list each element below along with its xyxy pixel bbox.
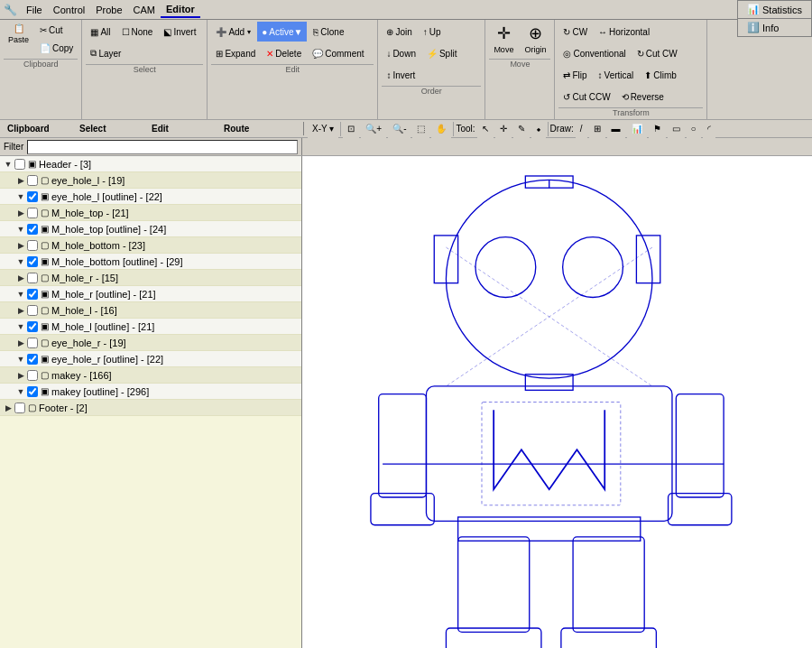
down-button[interactable]: ↓ Down — [382, 43, 420, 63]
split-button[interactable]: ⚡ Split — [422, 43, 461, 63]
all-button[interactable]: ▦ All — [86, 22, 115, 42]
tab-editor[interactable]: Editor — [161, 2, 200, 18]
draw-chart-button[interactable]: 📊 — [627, 120, 647, 138]
clone-button[interactable]: ⎘ Clone — [309, 22, 348, 42]
tree-checkbox[interactable] — [27, 273, 38, 283]
tool-move-button[interactable]: ✛ — [495, 120, 512, 138]
tree-checkbox[interactable] — [27, 208, 38, 218]
copy-button[interactable]: 📄 Copy — [35, 40, 78, 56]
tree-item[interactable]: ▶▢eye_hole_r - [19] — [0, 335, 301, 351]
tree-checkbox[interactable] — [27, 386, 38, 397]
draw-line-button[interactable]: / — [576, 120, 587, 138]
tree-checkbox[interactable] — [27, 256, 38, 267]
tree-toggle[interactable]: ▶ — [16, 241, 25, 250]
zoom-fit-button[interactable]: ⊡ — [343, 120, 359, 138]
tree-toggle[interactable]: ▼ — [16, 322, 25, 331]
none-button[interactable]: ☐ None — [117, 22, 158, 42]
zoom-region-button[interactable]: ⬚ — [412, 120, 429, 138]
tree-toggle[interactable]: ▶ — [16, 273, 25, 282]
draw-bar-button[interactable]: ▬ — [607, 120, 625, 138]
tree-item[interactable]: ▼▣eye_hole_r [outline] - [22] — [0, 351, 301, 367]
tree-item[interactable]: ▶▢makey - [166] — [0, 367, 301, 384]
tab-control[interactable]: Control — [48, 3, 90, 17]
cut-button[interactable]: ✂ Cut — [35, 22, 78, 38]
draw-circle-button[interactable]: ○ — [687, 120, 701, 138]
tree-checkbox[interactable] — [27, 240, 38, 251]
tree-toggle[interactable]: ▼ — [16, 290, 25, 299]
tree-item[interactable]: ▼▣M_hole_bottom [outline] - [29] — [0, 254, 301, 270]
tree-checkbox[interactable] — [27, 305, 38, 316]
tree-item[interactable]: ▶▢M_hole_r - [15] — [0, 270, 301, 286]
tree-toggle[interactable]: ▶ — [4, 403, 13, 412]
conventional-button[interactable]: ◎ Conventional — [558, 43, 630, 63]
tree-toggle[interactable]: ▼ — [16, 192, 25, 201]
comment-button[interactable]: 💬 Comment — [308, 43, 368, 63]
tool-select-button[interactable]: ↖ — [477, 120, 494, 138]
tree-checkbox[interactable] — [27, 289, 38, 300]
draw-arc-button[interactable]: ◜ — [703, 120, 715, 138]
draw-flag-button[interactable]: ⚑ — [649, 120, 666, 138]
join-button[interactable]: ⊕ Join — [382, 22, 416, 42]
zoom-in-button[interactable]: 🔍+ — [361, 120, 386, 138]
add-button[interactable]: ➕ Add ▾ — [211, 22, 255, 42]
tree-checkbox[interactable] — [27, 321, 38, 332]
active-button[interactable]: ● Active▼ — [257, 22, 307, 42]
tree-toggle[interactable]: ▼ — [16, 355, 25, 364]
tree-item[interactable]: ▼▣M_hole_l [outline] - [21] — [0, 319, 301, 335]
tree-toggle[interactable]: ▶ — [16, 176, 25, 185]
tree-item[interactable]: ▼▣M_hole_top [outline] - [24] — [0, 221, 301, 237]
invert-select-button[interactable]: ⬕ Invert — [159, 22, 200, 42]
statistics-tab[interactable]: 📊 Statistics — [737, 0, 812, 19]
paste-button[interactable]: 📋 Paste — [4, 22, 33, 58]
delete-button[interactable]: ✕ Delete — [262, 43, 306, 63]
tree-checkbox[interactable] — [27, 354, 38, 365]
tree-checkbox[interactable] — [14, 159, 25, 170]
tree-toggle[interactable]: ▼ — [16, 387, 25, 396]
cut-cw-button[interactable]: ↻ Cut CW — [632, 43, 682, 63]
tree-item[interactable]: ▶▢M_hole_top - [21] — [0, 205, 301, 221]
order-invert-button[interactable]: ↕ Invert — [382, 65, 420, 85]
tree-item[interactable]: ▼▣Header - [3] — [0, 156, 301, 172]
horizontal-button[interactable]: ↔ Horizontal — [594, 22, 654, 42]
vertical-button[interactable]: ↕ Vertical — [594, 65, 639, 85]
tree-checkbox[interactable] — [27, 224, 38, 235]
draw-rect-button[interactable]: ▭ — [668, 120, 685, 138]
tree-item[interactable]: ▶▢eye_hole_l - [19] — [0, 172, 301, 189]
view-selector[interactable]: X-Y ▾ — [308, 120, 338, 138]
move-button[interactable]: ✛ Move — [489, 22, 518, 58]
tree-item[interactable]: ▼▣M_hole_r [outline] - [21] — [0, 286, 301, 302]
tree-checkbox[interactable] — [27, 191, 38, 202]
zoom-out-button[interactable]: 🔍- — [388, 120, 411, 138]
tree-toggle[interactable]: ▶ — [16, 338, 25, 347]
tree-item[interactable]: ▶▢Footer - [2] — [0, 400, 301, 416]
tree-checkbox[interactable] — [27, 370, 38, 381]
tree-toggle[interactable]: ▶ — [16, 208, 25, 218]
tree-toggle[interactable]: ▼ — [16, 225, 25, 234]
tree-toggle[interactable]: ▶ — [16, 306, 25, 315]
pan-button[interactable]: ✋ — [431, 120, 451, 138]
cw-button[interactable]: ↻ CW — [558, 22, 592, 42]
tree-toggle[interactable]: ▼ — [16, 257, 25, 266]
info-tab[interactable]: ℹ️ Info — [737, 19, 812, 37]
tool-node-button[interactable]: ⬥ — [531, 120, 546, 138]
origin-button[interactable]: ⊕ Origin — [520, 22, 550, 58]
expand-button[interactable]: ⊞ Expand — [211, 43, 260, 63]
flip-button[interactable]: ⇄ Flip — [558, 65, 591, 85]
tool-edit-button[interactable]: ✎ — [513, 120, 530, 138]
cut-ccw-button[interactable]: ↺ Cut CCW — [558, 87, 614, 106]
tree-checkbox[interactable] — [27, 338, 38, 348]
tree-item[interactable]: ▶▢M_hole_bottom - [23] — [0, 237, 301, 254]
tree-toggle[interactable]: ▼ — [4, 160, 13, 169]
tree-checkbox[interactable] — [27, 175, 38, 186]
tab-probe[interactable]: Probe — [90, 3, 127, 17]
tab-file[interactable]: File — [21, 3, 48, 17]
tree-item[interactable]: ▼▣makey [outline] - [296] — [0, 384, 301, 400]
up-button[interactable]: ↑ Up — [419, 22, 446, 42]
climb-button[interactable]: ⬆ Climb — [640, 65, 681, 85]
filter-input[interactable] — [27, 140, 298, 154]
tree-item[interactable]: ▼▣eye_hole_l [outline] - [22] — [0, 189, 301, 205]
reverse-button[interactable]: ⟲ Reverse — [617, 87, 669, 106]
draw-grid-button[interactable]: ⊞ — [589, 120, 605, 138]
tree-item[interactable]: ▶▢M_hole_l - [16] — [0, 302, 301, 319]
tab-cam[interactable]: CAM — [128, 3, 161, 17]
